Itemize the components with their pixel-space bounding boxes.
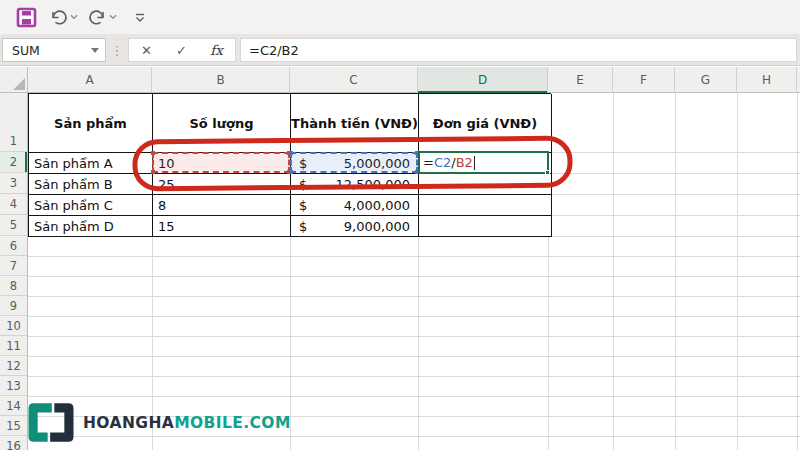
cell-d2-editor[interactable]: =C2/B2 <box>418 151 549 174</box>
row-header-11[interactable]: 11 <box>0 336 27 356</box>
row-header-15[interactable]: 15 <box>0 416 27 436</box>
amount-value: 9,000,000 <box>344 219 410 234</box>
cell-b4[interactable]: 8 <box>153 195 291 216</box>
column-headers: A B C D E F G H <box>28 67 800 93</box>
redo-dropdown-button[interactable] <box>109 4 117 30</box>
row-header-13[interactable]: 13 <box>0 376 27 396</box>
cancel-button[interactable]: ✕ <box>129 39 164 61</box>
selection-handle <box>151 170 155 174</box>
row-header-3[interactable]: 3 <box>0 173 27 194</box>
cell-a5[interactable]: Sản phẩm D <box>29 216 153 237</box>
column-header-f[interactable]: F <box>613 67 675 93</box>
enter-button[interactable]: ✓ <box>164 39 199 61</box>
redo-icon <box>88 9 107 26</box>
cell-a4[interactable]: Sản phẩm C <box>29 195 153 216</box>
row-header-5[interactable]: 5 <box>0 215 27 236</box>
table-header-product[interactable]: Sản phẩm <box>29 94 153 153</box>
row-header-12[interactable]: 12 <box>0 356 27 376</box>
customize-toolbar-icon <box>133 11 147 24</box>
table-header-total[interactable]: Thành tiền (VNĐ) <box>291 94 419 153</box>
cell-c5[interactable]: $ 9,000,000 <box>291 216 419 237</box>
select-all-button[interactable] <box>0 67 28 93</box>
row-header-7[interactable]: 7 <box>0 256 27 276</box>
watermark-text: HOANGHAMOBILE.COM <box>83 414 291 432</box>
name-box-value: SUM <box>3 43 85 58</box>
chevron-down-icon <box>109 14 117 20</box>
column-header-b[interactable]: B <box>152 67 290 93</box>
formula-part-reference-b2: B2 <box>456 155 473 170</box>
watermark: HOANGHAMOBILE.COM <box>26 401 291 444</box>
brand-prefix: HOANGHA <box>83 414 174 432</box>
column-header-e[interactable]: E <box>548 67 613 93</box>
save-icon <box>16 7 37 28</box>
column-header-a[interactable]: A <box>28 67 152 93</box>
quick-access-toolbar <box>0 0 800 34</box>
row-header-9[interactable]: 9 <box>0 296 27 316</box>
row-header-6[interactable]: 6 <box>0 236 27 256</box>
save-button[interactable] <box>13 4 39 30</box>
cell-b3[interactable]: 25 <box>153 174 291 195</box>
currency-symbol: $ <box>299 177 307 192</box>
column-header-g[interactable]: G <box>675 67 737 93</box>
cell-d3[interactable] <box>419 174 552 195</box>
formula-bar: SUM ⋮ ✕ ✓ fx =C2/B2 <box>0 34 800 66</box>
cell-c4[interactable]: $ 4,000,000 <box>291 195 419 216</box>
table-header-quantity[interactable]: Số lượng <box>153 94 291 153</box>
table-header-unit-price[interactable]: Đơn giá (VNĐ) <box>419 94 552 153</box>
formula-bar-buttons: ✕ ✓ fx <box>128 38 236 62</box>
name-box[interactable]: SUM <box>2 38 106 62</box>
formula-input[interactable]: =C2/B2 <box>240 38 797 62</box>
cell-c3[interactable]: $ 12,500,000 <box>291 174 419 195</box>
cell-b5[interactable]: 15 <box>153 216 291 237</box>
reference-marquee-c2 <box>290 152 418 173</box>
row-header-8[interactable]: 8 <box>0 276 27 296</box>
selection-handle <box>289 151 293 155</box>
name-box-dropdown-icon[interactable] <box>85 48 105 53</box>
selection-handle <box>289 170 293 174</box>
row-headers: 1 2 3 4 5 6 7 8 9 10 11 12 13 14 15 16 <box>0 93 28 450</box>
cell-d4[interactable] <box>419 195 552 216</box>
currency-symbol: $ <box>299 198 307 213</box>
formula-text: =C2/B2 <box>241 43 299 58</box>
customize-quick-access-toolbar-button[interactable] <box>133 4 147 30</box>
chevron-down-icon <box>70 14 78 20</box>
undo-dropdown-button[interactable] <box>70 4 78 30</box>
cell-a3[interactable]: Sản phẩm B <box>29 174 153 195</box>
redo-button[interactable] <box>88 4 107 30</box>
row-header-14[interactable]: 14 <box>0 396 27 416</box>
row-header-1[interactable]: 1 <box>0 93 27 152</box>
formula-part-reference-c2: C2 <box>434 155 451 170</box>
excel-window: SUM ⋮ ✕ ✓ fx =C2/B2 A B C D E F G H 1 2 … <box>0 0 800 450</box>
row-header-16[interactable]: 16 <box>0 436 27 450</box>
brand-logo-icon <box>26 401 76 444</box>
undo-icon <box>49 9 68 26</box>
cell-a2[interactable]: Sản phẩm A <box>29 153 153 174</box>
formula-bar-drag-handle[interactable]: ⋮ <box>110 38 124 62</box>
fill-handle[interactable] <box>545 170 550 175</box>
undo-button[interactable] <box>49 4 68 30</box>
column-header-h[interactable]: H <box>737 67 797 93</box>
row-header-4[interactable]: 4 <box>0 194 27 215</box>
row-header-2[interactable]: 2 <box>0 152 27 173</box>
select-all-triangle-icon <box>13 78 25 90</box>
cell-d5[interactable] <box>419 216 552 237</box>
amount-value: 4,000,000 <box>344 198 410 213</box>
selection-handle <box>151 151 155 155</box>
row-header-10[interactable]: 10 <box>0 316 27 336</box>
currency-symbol: $ <box>299 219 307 234</box>
column-header-c[interactable]: C <box>290 67 418 93</box>
reference-marquee-b2 <box>152 152 290 173</box>
amount-value: 12,500,000 <box>336 177 410 192</box>
column-header-d[interactable]: D <box>418 67 548 93</box>
text-cursor <box>474 156 475 170</box>
brand-suffix: MOBILE.COM <box>174 414 291 432</box>
formula-part: = <box>423 155 434 170</box>
insert-function-button[interactable]: fx <box>199 39 234 61</box>
